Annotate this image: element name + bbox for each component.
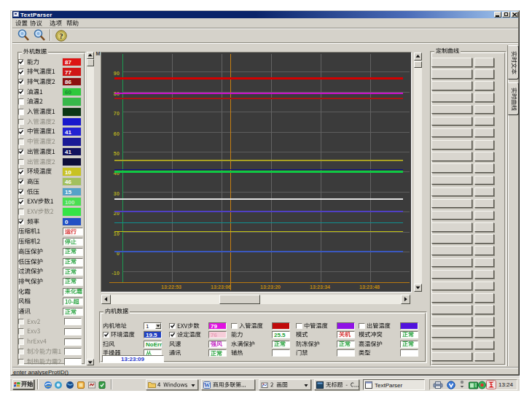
svg-text:W: W [204,382,210,389]
svg-text:?: ? [60,31,63,39]
